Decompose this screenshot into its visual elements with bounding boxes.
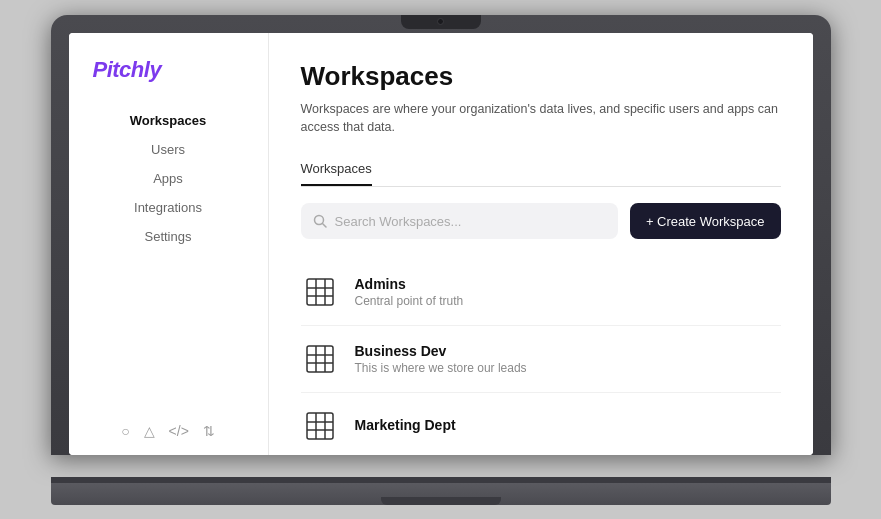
svg-line-1 (322, 224, 326, 228)
camera (437, 18, 444, 25)
nav-menu: Workspaces Users Apps Integrations Setti… (69, 107, 268, 250)
workspace-desc-admins: Central point of truth (355, 294, 464, 308)
workspace-item-marketingdept[interactable]: Marketing Dept (301, 393, 781, 455)
laptop-screen: Pitchly Workspaces Users Apps Integratio… (69, 33, 813, 455)
workspace-item-admins[interactable]: Admins Central point of truth (301, 259, 781, 326)
tab-bar: Workspaces (301, 155, 781, 187)
logo-text: Pitchly (93, 57, 162, 82)
search-row: + Create Workspace (301, 203, 781, 239)
fork-icon[interactable]: ⇅ (203, 423, 215, 439)
workspace-info-admins: Admins Central point of truth (355, 276, 464, 308)
sidebar-item-users[interactable]: Users (85, 136, 252, 163)
workspace-name-businessdev: Business Dev (355, 343, 527, 359)
sidebar-item-workspaces[interactable]: Workspaces (85, 107, 252, 134)
page-description: Workspaces are where your organization's… (301, 100, 781, 138)
sidebar-item-apps[interactable]: Apps (85, 165, 252, 192)
svg-rect-12 (307, 413, 333, 439)
create-workspace-button[interactable]: + Create Workspace (630, 203, 781, 239)
svg-rect-7 (307, 346, 333, 372)
workspace-icon-businessdev (301, 340, 339, 378)
code-icon[interactable]: </> (169, 423, 189, 439)
workspace-desc-businessdev: This is where we store our leads (355, 361, 527, 375)
search-icon (313, 214, 327, 228)
sidebar-item-integrations[interactable]: Integrations (85, 194, 252, 221)
workspace-item-businessdev[interactable]: Business Dev This is where we store our … (301, 326, 781, 393)
search-input[interactable] (335, 214, 606, 229)
globe-icon[interactable]: ○ (121, 423, 129, 439)
laptop-hinge (51, 477, 831, 483)
workspace-icon-marketingdept (301, 407, 339, 445)
workspace-name-marketingdept: Marketing Dept (355, 417, 456, 433)
laptop-shell: Pitchly Workspaces Users Apps Integratio… (51, 15, 831, 505)
search-box[interactable] (301, 203, 618, 239)
laptop-lid: Pitchly Workspaces Users Apps Integratio… (51, 15, 831, 455)
sidebar: Pitchly Workspaces Users Apps Integratio… (69, 33, 269, 455)
chat-icon[interactable]: △ (144, 423, 155, 439)
workspace-icon-admins (301, 273, 339, 311)
main-content: Workspaces Workspaces are where your org… (269, 33, 813, 455)
sidebar-item-settings[interactable]: Settings (85, 223, 252, 250)
laptop-notch (381, 497, 501, 505)
workspace-list: Admins Central point of truth (301, 259, 781, 455)
svg-rect-2 (307, 279, 333, 305)
logo: Pitchly (69, 57, 268, 107)
tab-workspaces[interactable]: Workspaces (301, 155, 372, 186)
workspace-name-admins: Admins (355, 276, 464, 292)
workspace-info-marketingdept: Marketing Dept (355, 417, 456, 435)
create-workspace-label: + Create Workspace (646, 214, 765, 229)
laptop-base (51, 483, 831, 505)
sidebar-bottom-icons: ○ △ </> ⇅ (69, 423, 268, 439)
page-title: Workspaces (301, 61, 781, 92)
workspace-info-businessdev: Business Dev This is where we store our … (355, 343, 527, 375)
camera-bar (401, 15, 481, 29)
